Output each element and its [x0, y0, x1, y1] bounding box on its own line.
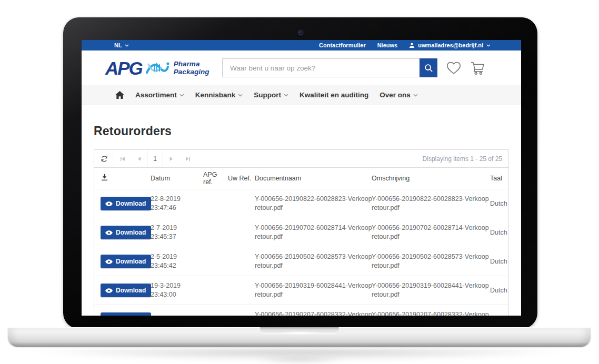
nav-item-assortiment[interactable]: Assortiment: [133, 91, 186, 99]
table-row: Download 22-8-2019 23:47:46 Y-000656-201…: [94, 189, 508, 218]
datum-cell: 7-2-2019: [151, 315, 203, 316]
nav-item-kennisbank[interactable]: Kennisbank: [193, 91, 245, 99]
search-icon: [424, 64, 433, 73]
time-value: 23:47:46: [151, 204, 203, 213]
download-column-header: [101, 174, 151, 183]
prev-page-button[interactable]: [131, 150, 147, 168]
download-button-label: Download: [116, 229, 146, 236]
datum-cell: 19-3-2019 23:43:00: [151, 281, 203, 299]
dna-helix-icon: [146, 58, 170, 77]
refresh-icon: [101, 155, 108, 163]
wishlist-button[interactable]: [446, 61, 461, 75]
column-header-taal: Taal: [490, 175, 502, 182]
table-row: Download 2-5-2019 23:45:42 Y-000656-2019…: [94, 247, 508, 276]
column-header-documentnaam: Documentnaam: [255, 175, 372, 182]
download-cell: Download: [101, 255, 151, 268]
date-value: 7-2-2019: [151, 315, 203, 316]
date-value: 19-3-2019: [151, 281, 203, 290]
search-button[interactable]: [420, 58, 437, 77]
current-page-indicator: 1: [147, 150, 163, 168]
download-button-label: Download: [116, 200, 146, 207]
table-row: Download 7-2-2019 Y-000656-20190207-6002…: [94, 305, 508, 316]
documentnaam-cell: Y-000656-20190502-60028573-Verkoop retou…: [255, 252, 372, 270]
download-button-label: Download: [116, 287, 146, 294]
nav-item-over-ons[interactable]: Over ons: [377, 91, 420, 99]
chevron-down-icon: [238, 94, 243, 97]
table-toolbar: 1 Displaying items 1 - 25 of 25: [94, 150, 508, 168]
table-body: Download 22-8-2019 23:47:46 Y-000656-201…: [94, 189, 508, 316]
eye-icon: [105, 230, 113, 235]
contact-form-link[interactable]: Contactformulier: [319, 42, 366, 48]
eye-icon: [105, 259, 113, 264]
laptop-mockup: NL Contactformulier Nieuws uwmailadres@b…: [0, 0, 599, 364]
chevron-down-icon: [284, 94, 288, 97]
date-value: 22-8-2019: [151, 195, 203, 204]
main-nav: Assortiment Kennisbank Support Kwaliteit…: [82, 85, 521, 105]
omschrijving-cell: Y-000656-20190502-60028573-Verkoop retou…: [372, 252, 490, 270]
search-input[interactable]: [222, 58, 420, 77]
webcam-dot: [298, 31, 303, 35]
chevron-down-icon: [486, 44, 491, 47]
top-utility-bar: NL Contactformulier Nieuws uwmailadres@b…: [82, 40, 521, 50]
cart-icon: [470, 61, 486, 75]
download-cell: Download: [101, 226, 151, 239]
download-cell: Download: [101, 284, 151, 297]
heart-icon: [446, 61, 461, 75]
date-value: 2-5-2019: [151, 252, 203, 261]
table-row: Download 19-3-2019 23:43:00 Y-000656-201…: [94, 276, 508, 305]
refresh-button[interactable]: [94, 150, 114, 168]
datum-cell: 2-7-2019 23:45:37: [151, 224, 203, 241]
language-selector[interactable]: NL: [114, 42, 129, 48]
download-button[interactable]: Download: [101, 312, 151, 316]
date-value: 2-7-2019: [151, 224, 203, 232]
chevron-down-icon: [179, 94, 184, 97]
page-title: Retourorders: [94, 124, 509, 138]
datum-cell: 2-5-2019 23:45:42: [151, 252, 203, 270]
omschrijving-cell: Y-000656-20190702-60028714-Verkoop retou…: [372, 224, 490, 241]
download-button[interactable]: Download: [101, 284, 151, 297]
apg-logo[interactable]: APG Pharma Packaging: [105, 58, 220, 77]
logo-wordmark: APG: [105, 59, 142, 77]
chevron-down-icon: [413, 94, 418, 97]
omschrijving-cell: Y-000656-20190822-60028823-Verkoop retou…: [372, 195, 490, 213]
news-link[interactable]: Nieuws: [377, 42, 398, 48]
nav-item-support[interactable]: Support: [252, 91, 291, 99]
column-header-apg-ref: APG ref.: [203, 171, 228, 186]
page-content: Retourorders: [82, 105, 521, 316]
omschrijving-cell: Y-000656-20190319-60028441-Verkoop retou…: [372, 281, 490, 299]
nav-item-kwaliteit-en-auditing[interactable]: Kwaliteit en auditing: [297, 91, 371, 99]
laptop-base: [8, 327, 591, 347]
laptop-base-notch: [260, 327, 339, 334]
eye-icon: [105, 288, 113, 293]
next-page-button[interactable]: [163, 150, 179, 168]
paging-status: Displaying items 1 - 25 of 25: [423, 155, 508, 163]
taal-cell: Dutch: [490, 287, 502, 294]
time-value: 23:45:42: [151, 261, 203, 270]
documentnaam-cell: Y-000656-20190822-60028823-Verkoop retou…: [255, 195, 372, 213]
laptop-reflection: [252, 357, 347, 363]
first-page-button[interactable]: [114, 150, 131, 168]
prev-page-icon: [137, 156, 141, 161]
column-header-uw-ref: Uw Ref.: [228, 175, 255, 182]
user-account-menu[interactable]: uwmailadres@bedrijf.nl: [409, 42, 491, 48]
time-value: 23:45:37: [151, 232, 203, 241]
download-button[interactable]: Download: [101, 255, 151, 268]
home-icon: [115, 91, 124, 99]
download-cell: Download: [101, 312, 151, 316]
download-button[interactable]: Download: [101, 197, 151, 210]
download-cell: Download: [101, 197, 151, 210]
download-icon: [101, 174, 108, 181]
next-page-icon: [169, 156, 174, 161]
download-button[interactable]: Download: [101, 226, 151, 239]
taal-cell: Dutch: [490, 258, 502, 265]
last-page-icon: [185, 156, 191, 161]
cart-button[interactable]: [470, 61, 486, 75]
first-page-icon: [120, 156, 125, 161]
logo-tagline: Pharma Packaging: [174, 60, 209, 76]
nav-home-button[interactable]: [115, 91, 126, 99]
search-bar: [222, 58, 437, 77]
column-header-datum: Datum: [151, 175, 203, 182]
documentnaam-cell: Y-000656-20190319-60028441-Verkoop retou…: [255, 281, 372, 299]
last-page-button[interactable]: [179, 150, 196, 168]
download-button-label: Download: [116, 258, 146, 265]
